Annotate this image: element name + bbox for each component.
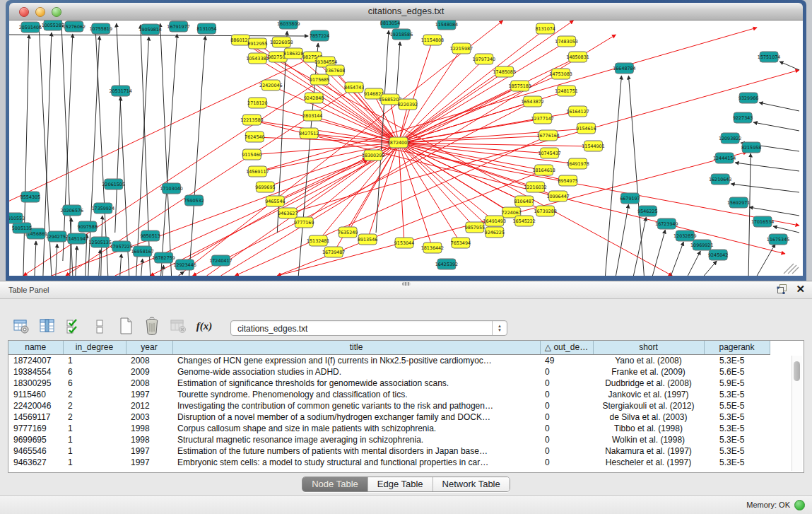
graph-node-yellow[interactable]: 18226058 [270,37,293,47]
function-builder-icon[interactable]: f(x) [194,316,214,336]
graph-node-teal[interactable]: 12923446 [173,259,196,270]
graph-node-teal[interactable]: 19218586 [390,29,413,40]
graph-node-teal[interactable]: 12093822 [719,133,741,144]
delete-entry-icon[interactable] [142,316,162,336]
graph-node-teal[interactable]: 20591406 [19,22,42,33]
graph-node-yellow[interactable]: 16545222 [512,216,535,226]
float-panel-icon[interactable] [777,284,787,294]
graph-node-yellow[interactable]: 12213589 [240,115,263,125]
graph-node-teal[interactable]: 7857224 [310,30,329,41]
graph-node-teal[interactable]: 8215958 [741,142,761,153]
graph-node-teal[interactable]: 16723949 [655,218,678,229]
graph-node-teal[interactable]: 8554305 [20,192,40,202]
scrollbar-thumb[interactable] [794,361,800,381]
graph-node-yellow[interactable]: 10543382 [246,53,269,64]
graph-node-teal[interactable]: 17240417 [209,255,232,266]
graph-node-yellow[interactable]: 12377147 [531,113,553,124]
column-header-3[interactable]: title [172,341,540,354]
graph-node-yellow[interactable]: 11544901 [582,141,604,151]
graph-node-teal[interactable]: 16210643 [709,174,731,185]
graph-node-yellow[interactable]: 9175685 [310,74,329,85]
graph-node-yellow[interactable]: 2367608 [325,65,345,76]
close-panel-icon[interactable]: ✕ [796,284,805,294]
tab-node-table[interactable]: Node Table [302,477,368,491]
graph-node-teal[interactable]: 19059814 [139,24,161,35]
column-header-4[interactable]: △ out_de… [540,341,593,354]
graph-node-teal[interactable]: 16425392 [435,259,458,269]
table-row[interactable]: 911546021997Tourette syndrome. Phenomeno… [8,389,770,400]
splitter-grip[interactable] [402,282,411,286]
window-resize-grip[interactable] [788,265,796,274]
graph-node-yellow[interactable]: 12215987 [450,43,473,54]
graph-node-yellow[interactable]: 19797340 [473,54,495,64]
graph-node-yellow[interactable]: 9242848 [304,93,324,103]
graph-node-teal[interactable]: 6679197 [620,193,640,204]
graph-node-teal[interactable]: 9227343 [733,112,753,123]
select-all-icon[interactable] [64,316,83,336]
table-row[interactable]: 1830029562008Estimation of significance … [8,378,770,389]
graph-node-teal[interactable]: 9850513 [140,230,160,241]
graph-node-yellow[interactable]: 8220392 [398,99,418,110]
graph-node-yellow[interactable]: 17483053 [555,36,577,47]
graph-node-yellow[interactable]: 16739288 [534,206,556,216]
graph-node-yellow[interactable]: 10996447 [546,191,569,201]
graph-node-teal[interactable]: 10969921 [690,240,713,250]
graph-node-teal[interactable]: 9097588 [78,221,98,232]
graph-node-teal[interactable]: 17359924 [92,203,114,214]
graph-node-yellow[interactable]: 8912955 [247,38,267,49]
column-header-6[interactable]: pagerank [704,341,770,354]
graph-node-yellow[interactable]: 15132481 [307,235,329,246]
graph-node-teal[interactable]: 20206576 [61,205,83,216]
tab-network-table[interactable]: Network Table [433,477,510,491]
graph-node-teal[interactable]: 22061505 [102,179,125,189]
table-row[interactable]: 946554611997Estimation of the future num… [8,445,770,457]
graph-node-teal[interactable]: 9329966 [739,93,758,103]
graph-node-yellow[interactable]: 18575183 [509,81,531,91]
network-graph[interactable]: 1872400788601238912955182260589827508105… [9,21,803,276]
graph-node-yellow[interactable]: 7635249 [338,227,358,238]
table-row[interactable]: 1938455462009Genome-wide association stu… [8,366,770,378]
graph-node-yellow[interactable]: 22420046 [259,80,282,90]
graph-node-teal[interactable]: 7590532 [184,195,204,206]
graph-node-yellow[interactable]: 18300295 [362,150,384,160]
graph-node-teal[interactable]: 9245042 [708,250,728,260]
table-row[interactable]: 977716911998Corpus callosum shape and si… [8,423,770,434]
network-view-canvas[interactable]: 1872400788601238912955182260589827508105… [9,21,803,276]
graph-node-teal[interactable]: 17957225 [110,241,133,252]
combobox-stepper-icon[interactable]: ▲▼ [492,321,507,335]
graph-node-teal[interactable]: 16033809 [277,21,300,29]
network-window-titlebar[interactable]: citations_edges.txt [9,3,803,21]
unselect-all-icon[interactable] [90,316,110,336]
graph-node-yellow[interactable]: 9777169 [294,217,314,228]
graph-node-yellow[interactable]: 16164127 [566,106,589,117]
show-column-icon[interactable] [37,316,57,336]
table-row[interactable]: 946362711997Embryonic stem cells: a mode… [8,457,770,468]
graph-node-teal[interactable]: 12032859 [673,230,696,241]
graph-node-yellow[interactable]: 8427512 [299,128,319,139]
graph-node-teal[interactable]: 16648784 [613,63,635,74]
graph-node-yellow[interactable]: 9153044 [394,238,414,248]
graph-node-teal[interactable]: 13910553 [9,213,25,223]
graph-node-teal[interactable]: 10055287 [42,21,64,30]
tab-edge-table[interactable]: Edge Table [368,477,433,491]
table-row[interactable]: 969969511998Structural magnetic resonanc… [8,434,770,445]
graph-node-yellow[interactable]: 9246225 [485,227,505,238]
graph-node-yellow[interactable]: 2803144 [302,110,322,121]
table-scrollbar[interactable] [792,356,802,471]
column-header-1[interactable]: in_degree [63,341,126,354]
graph-node-yellow[interactable]: 9115460 [242,149,261,160]
graph-node-teal[interactable]: 10755819 [90,23,112,34]
table-row[interactable]: 1456911722003Disruption of a novel membe… [8,411,770,423]
graph-node-teal[interactable]: 11675345 [767,234,789,245]
graph-node-teal[interactable]: 15692971 [727,197,750,208]
graph-node-yellow[interactable]: 7624540 [245,132,264,142]
graph-node-yellow[interactable]: 14850831 [566,52,589,62]
table-settings-icon[interactable] [11,316,31,336]
graph-node-yellow[interactable]: 8106487 [514,196,534,206]
graph-node-yellow[interactable]: 12481751 [555,86,577,96]
graph-node-teal[interactable]: 15751074 [758,52,780,62]
graph-node-yellow[interactable]: 18724007 [387,137,410,148]
new-table-icon[interactable] [116,316,136,336]
column-header-0[interactable]: name [8,341,63,354]
graph-node-teal[interactable]: 17016534 [751,216,774,227]
